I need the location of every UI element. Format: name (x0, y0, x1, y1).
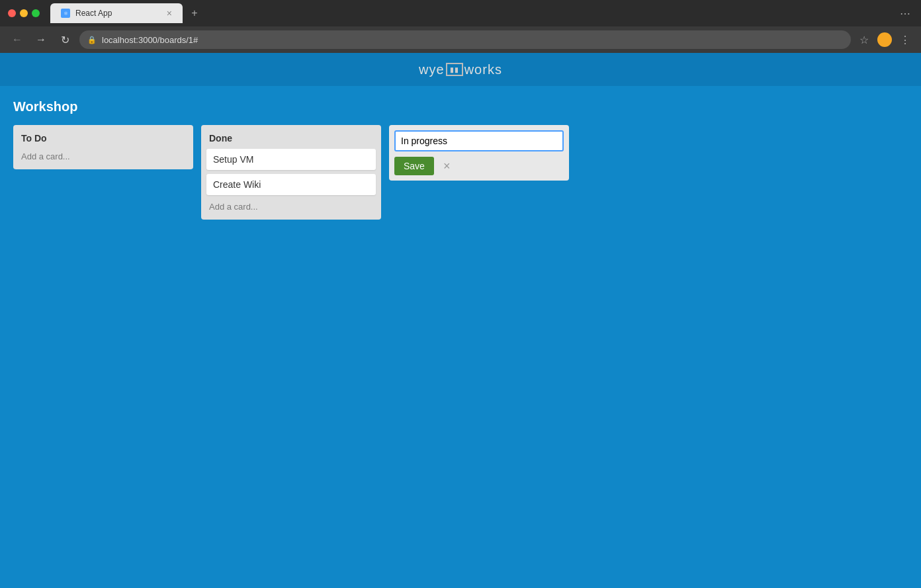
new-list-actions: Save × (394, 157, 564, 175)
card-create-wiki[interactable]: Create Wiki (206, 174, 376, 195)
logo-text-left: wye (419, 62, 445, 77)
browser-menu-icon[interactable]: ⋯ (897, 5, 913, 21)
maximize-window-button[interactable] (32, 9, 40, 17)
app-logo: wye ▮▮ works (419, 62, 502, 77)
app-content: wye ▮▮ works Workshop To Do Add a card..… (0, 53, 921, 588)
active-tab[interactable]: ⚛ React App × (50, 3, 183, 23)
new-tab-button[interactable]: + (185, 4, 204, 22)
list-done-title: Done (206, 130, 376, 149)
browser-window: ⚛ React App × + ⋯ ← → ↻ 🔒 localhost:3000… (0, 0, 921, 588)
address-bar[interactable]: 🔒 localhost:3000/boards/1# (79, 30, 851, 49)
card-create-wiki-text: Create Wiki (213, 179, 261, 190)
security-lock-icon: 🔒 (87, 36, 97, 44)
traffic-lights (8, 9, 40, 17)
browser-options-icon[interactable]: ⋮ (897, 32, 913, 48)
list-todo-title: To Do (19, 130, 188, 149)
browser-actions: ☆ ⋮ (856, 32, 913, 48)
tab-close-button[interactable]: × (167, 8, 172, 19)
forward-button[interactable]: → (32, 30, 50, 49)
done-add-card-link[interactable]: Add a card... (206, 199, 376, 214)
browser-toolbar: ← → ↻ 🔒 localhost:3000/boards/1# ☆ ⋮ (0, 26, 921, 53)
cancel-list-button[interactable]: × (439, 159, 455, 173)
new-list-name-input[interactable] (394, 130, 564, 151)
tab-bar: ⚛ React App × + (50, 3, 887, 23)
board-area: Workshop To Do Add a card... Done Setup … (0, 86, 921, 588)
card-setup-vm[interactable]: Setup VM (206, 149, 376, 170)
logo-text-right: works (464, 62, 502, 77)
minimize-window-button[interactable] (20, 9, 28, 17)
board-title: Workshop (13, 99, 908, 114)
bookmark-icon[interactable]: ☆ (856, 32, 872, 48)
app-header: wye ▮▮ works (0, 53, 921, 86)
list-done: Done Setup VM Create Wiki Add a card... (201, 125, 381, 220)
new-list-form: Save × (389, 125, 569, 181)
logo-box-icon: ▮▮ (446, 63, 463, 76)
tab-favicon-icon: ⚛ (61, 9, 70, 18)
card-setup-vm-text: Setup VM (213, 154, 253, 165)
close-window-button[interactable] (8, 9, 16, 17)
save-list-button[interactable]: Save (394, 157, 434, 175)
refresh-button[interactable]: ↻ (56, 30, 74, 49)
lists-container: To Do Add a card... Done Setup VM Create… (13, 125, 908, 220)
list-todo: To Do Add a card... (13, 125, 193, 169)
browser-titlebar: ⚛ React App × + ⋯ (0, 0, 921, 26)
todo-add-card-link[interactable]: Add a card... (19, 149, 188, 164)
user-avatar[interactable] (877, 32, 892, 47)
url-display: localhost:3000/boards/1# (102, 35, 198, 45)
tab-title: React App (75, 9, 112, 18)
back-button[interactable]: ← (8, 30, 26, 49)
